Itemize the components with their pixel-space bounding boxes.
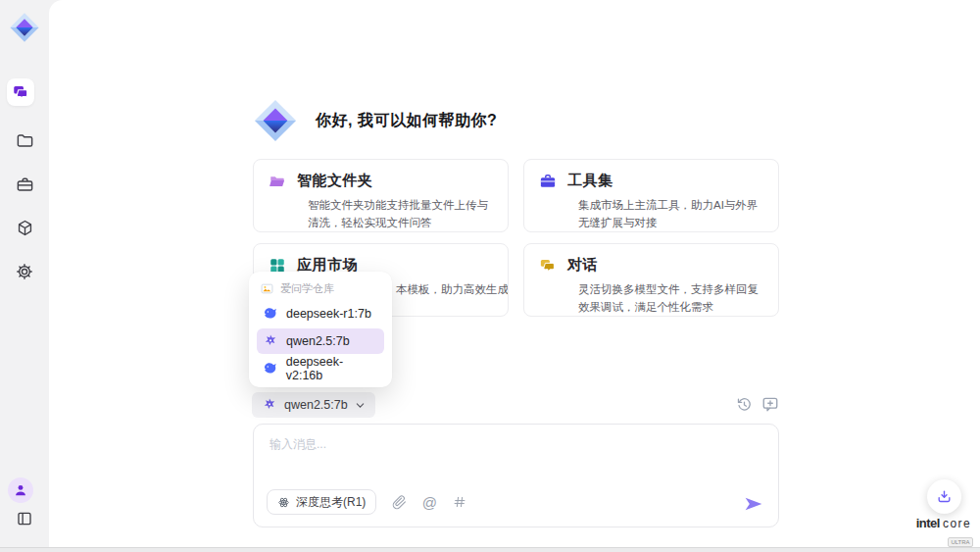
attach-button[interactable]	[391, 494, 407, 510]
sidebar-item-settings[interactable]	[15, 262, 34, 281]
app-logo-icon	[9, 12, 40, 43]
sidebar-item-models[interactable]	[15, 218, 34, 237]
deepseek-icon	[263, 361, 278, 376]
card-description: 集成市场上主流工具，助力AI与外界无缝扩展与对接	[578, 196, 763, 231]
model-option-deepseek-v2[interactable]: deepseek-v2:16b	[257, 356, 384, 381]
chat-bubbles-icon	[539, 257, 557, 275]
history-button[interactable]	[736, 396, 753, 413]
send-icon	[744, 494, 763, 514]
sidebar-item-chat[interactable]	[7, 78, 34, 106]
hash-icon	[453, 495, 466, 509]
app-logo-icon	[253, 98, 298, 143]
message-input[interactable]	[270, 436, 691, 477]
greeting-title: 你好, 我可以如何帮助你?	[316, 111, 497, 131]
composer: 深度思考(R1) @	[253, 424, 779, 527]
folder-icon	[16, 131, 34, 150]
history-icon	[736, 396, 753, 413]
card-smart-folder[interactable]: 智能文件夹 智能文件夹功能支持批量文件上传与清洗，轻松实现文件问答	[253, 159, 509, 232]
model-option-qwen[interactable]: qwen2.5:7b	[257, 328, 384, 354]
sidebar-item-folders[interactable]	[15, 130, 34, 150]
cube-icon	[16, 219, 34, 237]
briefcase-icon	[539, 173, 557, 190]
gear-icon	[15, 262, 34, 281]
card-toolset[interactable]: 工具集 集成市场上主流工具，助力AI与外界无缝扩展与对接	[523, 159, 779, 232]
qwen-icon	[263, 333, 278, 349]
intel-ultra-badge: ultra	[948, 537, 972, 547]
card-title: 工具集	[567, 172, 613, 190]
download-fab-button[interactable]	[927, 479, 961, 514]
repository-icon	[261, 282, 273, 295]
card-description: 本模板，助力高效生成多	[396, 280, 493, 298]
new-chat-button[interactable]	[761, 395, 779, 413]
model-dropdown: 爱问学仓库 deepseek-r1:7b qwen2.5:7b deepseek…	[249, 272, 392, 387]
card-description: 灵活切换多模型文件，支持多样回复效果调试，满足个性化需求	[578, 280, 763, 316]
mention-button[interactable]: @	[421, 494, 437, 510]
send-button[interactable]	[744, 494, 763, 514]
user-icon	[14, 483, 27, 497]
new-chat-icon	[761, 395, 779, 413]
qwen-icon	[262, 397, 277, 413]
bottom-edge	[0, 547, 980, 552]
deepseek-icon	[263, 306, 278, 322]
model-selector-button[interactable]: qwen2.5:7b	[252, 392, 375, 418]
prompt-template-button[interactable]	[452, 494, 467, 510]
download-icon	[936, 488, 953, 505]
intel-core-logo: intel core ultra	[907, 516, 980, 548]
model-option-deepseek-r1[interactable]: deepseek-r1:7b	[257, 301, 384, 326]
card-description: 智能文件夹功能支持批量文件上传与清洗，轻松实现文件问答	[308, 196, 493, 231]
briefcase-icon	[16, 176, 34, 194]
greeting: 你好, 我可以如何帮助你?	[253, 98, 497, 143]
paperclip-icon	[392, 495, 407, 510]
chevron-down-icon	[355, 400, 366, 411]
card-title: 对话	[567, 256, 598, 275]
sidebar	[0, 0, 49, 547]
atom-icon	[277, 496, 290, 509]
at-icon: @	[422, 495, 437, 510]
sidebar-item-collapse[interactable]	[15, 509, 34, 528]
card-title: 智能文件夹	[297, 172, 373, 190]
deep-think-toggle[interactable]: 深度思考(R1)	[267, 489, 376, 515]
card-dialogue[interactable]: 对话 灵活切换多模型文件，支持多样回复效果调试，满足个性化需求	[523, 243, 779, 317]
folder-open-icon	[269, 173, 286, 190]
sidebar-item-profile[interactable]	[8, 477, 33, 503]
composer-toolbar: 深度思考(R1) @	[267, 489, 467, 515]
chat-icon	[12, 83, 29, 101]
panel-icon	[16, 510, 33, 527]
sidebar-item-toolbox[interactable]	[15, 175, 34, 194]
model-dropdown-header: 爱问学仓库	[257, 277, 384, 299]
model-selector-label: qwen2.5:7b	[284, 398, 348, 412]
